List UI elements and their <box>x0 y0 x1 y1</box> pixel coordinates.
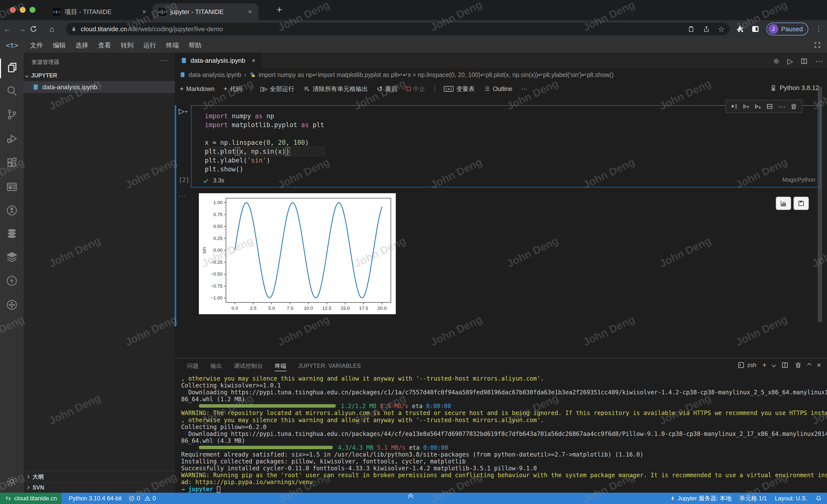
window-close-button[interactable] <box>10 7 16 13</box>
spread-arrows-icon[interactable] <box>6 299 18 311</box>
cell-code[interactable]: import numpy as npimport matplotlib.pypl… <box>205 112 324 174</box>
menu-item[interactable]: 帮助 <box>184 41 206 50</box>
shell-selector[interactable]: zsh <box>737 361 757 369</box>
clipboard-icon[interactable] <box>687 25 695 33</box>
execute-cells-icon[interactable] <box>731 103 738 110</box>
editor-more-icon[interactable]: ··· <box>815 57 823 66</box>
layers-icon[interactable] <box>6 251 18 263</box>
sidebar-item-notebook[interactable]: data-analysis.ipynb <box>23 81 175 93</box>
web-preview-icon[interactable] <box>6 181 18 193</box>
fullscreen-icon[interactable] <box>814 41 821 49</box>
bookmark-star-icon[interactable]: ☆ <box>718 25 725 34</box>
python-interpreter[interactable]: Python 3.10.4 64-bit <box>69 495 121 502</box>
toolbar-more-icon[interactable]: ··· <box>521 85 528 93</box>
forward-icon[interactable]: → <box>15 24 30 34</box>
menu-item[interactable]: 文件 <box>26 41 48 50</box>
share-fork-icon[interactable] <box>6 205 18 216</box>
cell-language[interactable]: MagicPython <box>782 176 815 183</box>
restart-button[interactable]: ↺重启 <box>377 85 397 93</box>
open-plot-viewer-button[interactable] <box>776 197 791 210</box>
side-panel-icon[interactable] <box>751 25 760 33</box>
sidebar-section-jupyter[interactable]: JUPYTER <box>26 72 57 79</box>
breadcrumb-file[interactable]: data-analysis.ipynb <box>189 71 241 78</box>
split-terminal-icon[interactable] <box>781 361 789 369</box>
execute-below-icon[interactable] <box>754 103 762 110</box>
notifications-bell-icon[interactable] <box>815 495 822 502</box>
explorer-more-icon[interactable]: ··· <box>160 57 168 64</box>
delete-cell-trash-icon[interactable] <box>790 103 797 110</box>
power-bolt-icon[interactable] <box>6 275 18 287</box>
add-markdown-button[interactable]: +Markdown <box>180 85 214 93</box>
outline-button[interactable]: Outline <box>483 85 512 93</box>
reload-icon[interactable] <box>30 25 44 33</box>
terminal-output[interactable]: , otherwise you may silence this warning… <box>181 375 827 493</box>
window-minimize-button[interactable] <box>20 7 26 13</box>
browser-menu-icon[interactable]: ··· <box>816 25 823 33</box>
share-icon[interactable] <box>703 25 710 33</box>
execute-above-icon[interactable] <box>742 103 750 110</box>
search-icon[interactable] <box>6 85 18 97</box>
menu-item[interactable]: 查看 <box>93 41 116 50</box>
breadcrumb-code[interactable]: import numpy as np↵import matplotlib.pyp… <box>259 71 614 78</box>
editor-scrollbar[interactable] <box>818 87 822 322</box>
problems-indicator[interactable]: 0 0 <box>129 495 156 502</box>
kernel-picker[interactable]: Python 3.8.12 <box>770 84 819 92</box>
breadcrumb[interactable]: data-analysis.ipynb › import numpy as np… <box>175 68 827 81</box>
run-debug-icon[interactable] <box>6 133 18 145</box>
sidebar-section-svn[interactable]: SVN <box>23 482 175 493</box>
new-terminal-icon[interactable]: + <box>762 361 767 369</box>
panel-tab[interactable]: 调试控制台 <box>234 362 263 370</box>
extensions-icon[interactable] <box>6 157 18 169</box>
new-tab-button[interactable]: + <box>277 5 282 14</box>
expand-panel-chevrons-icon[interactable] <box>408 494 412 500</box>
terminal-dropdown-icon[interactable] <box>772 363 776 367</box>
browser-tab[interactable]: <t>jupyter - TITANIDE× <box>153 3 258 20</box>
panel-tab[interactable]: 终端 <box>275 362 286 371</box>
run-editor-icon[interactable]: ▷ <box>787 57 793 65</box>
menu-item[interactable]: 运行 <box>139 41 161 50</box>
menu-item[interactable]: 编辑 <box>48 41 70 50</box>
panel-tab[interactable]: 输出 <box>210 362 222 370</box>
menu-item[interactable]: 终端 <box>161 41 184 50</box>
database-icon[interactable] <box>6 228 18 239</box>
tab-close-icon[interactable]: × <box>141 8 148 16</box>
save-plot-button[interactable] <box>793 197 809 210</box>
browser-tab[interactable]: <t>项目 - TITANIDE× <box>47 3 153 20</box>
back-icon[interactable]: ← <box>0 24 15 34</box>
tab-close-icon[interactable]: × <box>247 8 253 16</box>
maximize-panel-icon[interactable] <box>807 363 812 367</box>
source-control-icon[interactable] <box>6 109 18 120</box>
add-code-button[interactable]: +代码 <box>224 85 242 93</box>
layout-indicator[interactable]: Layout: U.S. <box>775 495 807 502</box>
run-cell-button[interactable]: ▷ <box>179 107 187 115</box>
home-icon[interactable]: ⌂ <box>44 24 59 34</box>
settings-gear-icon[interactable] <box>6 475 18 487</box>
remote-indicator[interactable]: cloud.titanide.cn <box>0 493 62 504</box>
run-all-button[interactable]: ▷▷全部运行 <box>260 85 294 93</box>
cell-more-icon[interactable]: ··· <box>778 102 786 111</box>
menu-item[interactable]: 转到 <box>116 41 139 50</box>
menu-item[interactable]: 选择 <box>70 41 93 50</box>
sidebar-section-outline[interactable]: 大纲 <box>23 471 175 482</box>
split-editor-icon[interactable] <box>800 58 808 65</box>
window-zoom-button[interactable] <box>30 7 36 13</box>
output-collapse-icon[interactable]: ··· <box>179 192 187 200</box>
close-panel-icon[interactable]: × <box>817 361 821 369</box>
editor-tab-notebook[interactable]: data-analysis.ipynb × <box>175 53 261 68</box>
cell-position-indicator[interactable]: 单元格 1/1 <box>739 494 767 502</box>
kill-terminal-trash-icon[interactable] <box>794 361 802 369</box>
variables-button[interactable]: (x)变量表 <box>444 85 475 93</box>
panel-tab[interactable]: JUPYTER: VARIABLES <box>298 362 361 369</box>
address-bar[interactable]: cloud.titanide.cn/ide/web/coding/jupyter… <box>66 22 730 36</box>
extensions-puzzle-icon[interactable] <box>736 25 744 33</box>
profile-chip[interactable]: J Paused <box>767 22 808 36</box>
explorer-files-icon[interactable] <box>6 61 18 73</box>
tab-close-icon[interactable]: × <box>252 57 255 64</box>
notebook-settings-gear-icon[interactable] <box>773 58 780 65</box>
panel-tab[interactable]: 问题 <box>187 362 199 370</box>
interrupt-button[interactable]: 中止 <box>406 85 426 93</box>
jupyter-server-indicator[interactable]: Jupyter 服务器: 本地 <box>670 494 731 502</box>
split-cell-icon[interactable] <box>766 103 773 110</box>
clear-outputs-button[interactable]: 清除所有单元格输出 <box>303 85 368 93</box>
code-cell[interactable]: import numpy as npimport matplotlib.pypl… <box>191 105 821 187</box>
